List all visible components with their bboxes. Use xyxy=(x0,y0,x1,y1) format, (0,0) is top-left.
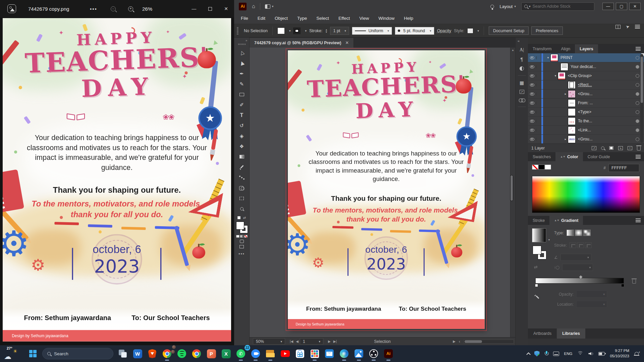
rectangle-tool[interactable] xyxy=(234,89,249,100)
ai-maximize-button[interactable]: ▢ xyxy=(616,3,627,10)
status-play-icon[interactable]: ▶ xyxy=(453,340,455,343)
tinkercad-icon[interactable] xyxy=(307,346,322,361)
layer-row[interactable]: ▾ <Clip Group> xyxy=(528,71,644,80)
shape-builder-tool[interactable] xyxy=(234,183,249,193)
graphic-styles-panel-icon[interactable]: ▦ xyxy=(520,80,524,85)
appearance-panel-icon[interactable] xyxy=(520,66,524,71)
photos-image-area[interactable]: ✦ ✦ ✦ ✦ HAPPY TEACHERS' DAY ❀❀ Your dedi… xyxy=(0,17,234,345)
pen-tool[interactable]: ✒ xyxy=(234,68,249,79)
visibility-eye-icon[interactable] xyxy=(528,129,537,132)
home-icon[interactable]: ⌂ xyxy=(252,3,255,9)
new-sublayer-icon[interactable]: ↳ xyxy=(618,146,623,150)
powerpoint-icon[interactable]: P xyxy=(204,346,219,361)
discover-lightbulb-icon[interactable] xyxy=(490,5,494,8)
layer-row[interactable]: To the... xyxy=(528,117,644,126)
microphone-icon[interactable] xyxy=(545,351,548,356)
edge-icon[interactable] xyxy=(337,346,352,361)
volume-icon[interactable] xyxy=(588,352,593,356)
layer-row[interactable]: <Type> xyxy=(528,108,644,117)
file-explorer-icon[interactable] xyxy=(263,346,278,361)
tab-layers[interactable]: Layers xyxy=(575,44,598,53)
wifi-icon[interactable] xyxy=(577,351,583,356)
scroll-left-icon[interactable]: ‹ xyxy=(459,339,460,344)
zoom-in-icon[interactable]: + xyxy=(128,6,133,11)
menu-select[interactable]: Select xyxy=(316,16,329,21)
tab-color[interactable]: ▲▼Color xyxy=(555,152,583,161)
target-circle[interactable] xyxy=(636,56,639,60)
gradient-preview-swatch[interactable]: ▾ xyxy=(532,228,546,242)
taskbar-clock[interactable]: 9:27 PM 05/10/2023 xyxy=(610,348,629,359)
gradient-stop-white[interactable] xyxy=(535,284,538,287)
ai-close-button[interactable]: ✕ xyxy=(629,3,641,10)
toolbar-more-icon[interactable]: ••• xyxy=(238,252,245,256)
gradient-stop-black[interactable] xyxy=(621,284,624,287)
tray-expand-icon[interactable] xyxy=(526,352,531,357)
target-circle[interactable] xyxy=(636,110,639,114)
visibility-eye-icon[interactable] xyxy=(528,138,537,141)
layer-row[interactable]: <Link... xyxy=(528,126,644,135)
black-swatch[interactable] xyxy=(538,165,545,170)
target-circle[interactable] xyxy=(636,137,639,141)
illustrator-canvas[interactable]: ✦ ✦ ✦ ✦ HAPPY TEACHERS' DAY ❀❀ Your dedi… xyxy=(250,48,515,337)
workspace-switcher[interactable]: Layout▾ xyxy=(499,4,516,9)
horizontal-scrollbar[interactable] xyxy=(464,340,514,344)
menu-effect[interactable]: Effect xyxy=(338,16,350,21)
target-circle[interactable] xyxy=(636,101,639,105)
visibility-eye-icon[interactable] xyxy=(528,65,537,68)
expand-chevron-icon[interactable]: ▾ xyxy=(546,56,550,59)
rotate-tool[interactable]: ↺ xyxy=(234,120,249,131)
panel-menu-icon[interactable] xyxy=(636,219,641,222)
white-swatch[interactable] xyxy=(545,165,551,170)
menu-type[interactable]: Type xyxy=(297,16,307,21)
mail-icon[interactable] xyxy=(322,346,337,361)
document-tab[interactable]: 7442679 copy.ai @ 50% (RGB/GPU Preview) … xyxy=(250,38,354,48)
horizontal-scrollbar-thumb[interactable] xyxy=(465,340,482,343)
asset-export-panel-icon[interactable]: ↗ xyxy=(520,90,524,94)
collect-for-export-icon[interactable]: ↗ xyxy=(592,146,596,150)
target-circle[interactable] xyxy=(636,119,639,123)
layer-row[interactable]: <Rect... xyxy=(528,80,644,89)
obs-icon[interactable] xyxy=(366,346,381,361)
selection-tool[interactable]: ▷ xyxy=(234,48,249,58)
delete-layer-icon[interactable] xyxy=(637,146,641,150)
menu-edit[interactable]: Edit xyxy=(258,16,265,21)
dock-expand-icon[interactable]: « xyxy=(518,39,520,43)
stock-search-input[interactable] xyxy=(533,4,586,9)
screen-mode-icon[interactable] xyxy=(239,245,244,248)
menu-file[interactable]: File xyxy=(241,16,248,21)
panel-menu-icon[interactable] xyxy=(636,155,641,159)
photos-taskbar-icon[interactable] xyxy=(352,346,366,361)
none-color-swatch[interactable] xyxy=(532,165,538,170)
artboard[interactable]: ✦ ✦ ✦ ✦ HAPPY TEACHERS' DAY ❀❀ Your dedi… xyxy=(288,50,485,329)
expand-chevron-icon[interactable]: ▾ xyxy=(553,74,558,77)
photos-maximize-button[interactable] xyxy=(208,7,212,11)
direct-selection-tool[interactable]: ▶ xyxy=(234,58,249,68)
visibility-eye-icon[interactable] xyxy=(528,102,537,105)
photos-close-button[interactable]: ✕ xyxy=(224,6,228,11)
swap-fill-stroke-icon[interactable]: ⇄ xyxy=(237,216,246,220)
layer-row[interactable]: ▸ 2023<Grou... xyxy=(528,135,644,143)
fill-color-swatch[interactable] xyxy=(277,27,285,34)
paintbrush-tool[interactable]: ✐ xyxy=(234,100,249,110)
word-icon[interactable]: W xyxy=(130,346,145,361)
canvas-zoom-select[interactable]: 50%▾ xyxy=(253,338,285,345)
type-tool[interactable]: T xyxy=(234,110,249,120)
locate-object-icon[interactable] xyxy=(601,146,604,150)
layer-row-print[interactable]: ▾ PRINT xyxy=(528,53,644,62)
photos-minimize-button[interactable]: — xyxy=(192,6,196,11)
whatsapp-icon[interactable]: ✆22 xyxy=(233,346,248,361)
panel-menu-icon[interactable] xyxy=(636,47,641,51)
last-artboard-icon[interactable]: ▶| xyxy=(333,340,337,343)
fill-stroke-indicator[interactable] xyxy=(236,222,248,233)
chrome-profile2-icon[interactable] xyxy=(189,346,204,361)
collapsed-chevron-icon[interactable]: ▸ xyxy=(563,92,568,96)
tab-swatches[interactable]: Swatches xyxy=(528,152,555,161)
shaper-tool[interactable]: ❖ xyxy=(234,141,249,152)
collapsed-chevron-icon[interactable]: ▸ xyxy=(563,137,568,141)
style-swatch[interactable] xyxy=(467,28,473,34)
hex-value-field[interactable]: FFFFFF xyxy=(608,164,639,172)
zoom-tool[interactable] xyxy=(234,203,249,214)
eraser-tool[interactable]: ◈ xyxy=(234,131,249,141)
target-circle[interactable] xyxy=(636,128,639,132)
illustrator-taskbar-icon[interactable]: Ai xyxy=(381,346,396,361)
